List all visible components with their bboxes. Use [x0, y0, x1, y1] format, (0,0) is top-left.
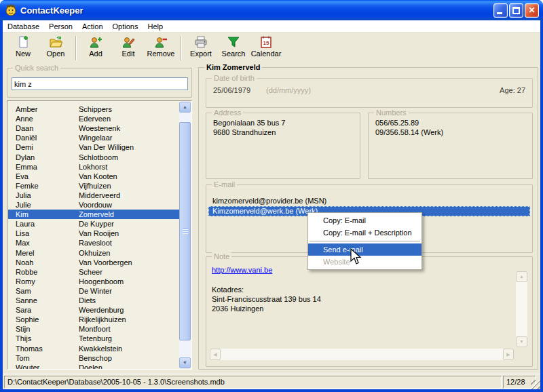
- contact-row[interactable]: KimZomerveld: [8, 210, 179, 219]
- contact-last-name: Diets: [79, 296, 96, 305]
- export-button[interactable]: Export: [185, 35, 217, 61]
- quick-search-label: Quick search: [13, 64, 60, 72]
- contact-last-name: Voordouw: [79, 200, 112, 210]
- toolbar-separator: [75, 36, 76, 60]
- contact-row[interactable]: LisaVan Rooijen: [8, 229, 179, 238]
- contact-last-name: Okhuizen: [79, 248, 110, 258]
- contact-row[interactable]: RobbeScheer: [8, 267, 179, 277]
- contact-row[interactable]: EmmaLokhorst: [8, 162, 179, 172]
- contact-last-name: Weerdenburg: [79, 305, 124, 315]
- quick-search-input[interactable]: [12, 77, 188, 90]
- date-of-birth-label: Date of birth: [212, 74, 257, 82]
- minimize-button-icon[interactable]: [493, 3, 508, 18]
- contact-row[interactable]: SamDe Winter: [8, 286, 179, 296]
- menu-bar: DatabasePersonActionOptionsHelp: [3, 20, 540, 33]
- contact-row[interactable]: DylanSchlotboom: [8, 153, 179, 162]
- menu-database[interactable]: Database: [3, 21, 44, 32]
- contact-last-name: Schippers: [79, 104, 112, 114]
- title-bar[interactable]: ContactKeeper ✕: [0, 0, 543, 20]
- edit-button[interactable]: Edit: [113, 35, 144, 61]
- contact-row[interactable]: SaraWeerdenburg: [8, 305, 179, 315]
- numbers-group: Numbers 056/65.25.89 09/356.58.14 (Werk): [368, 113, 533, 179]
- remove-button[interactable]: Remove: [145, 35, 176, 61]
- contact-last-name: Schlotboom: [79, 153, 118, 162]
- contact-row[interactable]: JuliaMidderveerd: [8, 191, 179, 200]
- resize-grip-icon[interactable]: [531, 380, 540, 389]
- search-button[interactable]: Search: [218, 35, 249, 61]
- contact-first-name: Merel: [16, 248, 35, 258]
- contact-first-name: Sophie: [16, 315, 39, 324]
- contact-row[interactable]: SophieRijkelijkhuizen: [8, 315, 179, 324]
- address-label: Address: [212, 109, 243, 117]
- contact-row[interactable]: RomyHoogenboom: [8, 277, 179, 286]
- context-menu-item-send-e-mail[interactable]: Send e-mail: [308, 243, 422, 256]
- scroll-right-icon[interactable]: ▶: [503, 349, 514, 360]
- contact-row[interactable]: WouterDoelen: [8, 363, 179, 370]
- numbers-label: Numbers: [374, 109, 409, 117]
- context-menu-separator: [310, 241, 420, 241]
- contact-row[interactable]: MaxRavesloot: [8, 238, 179, 248]
- calendar-icon: 15: [259, 35, 273, 49]
- contact-row[interactable]: DaniëlWingelaar: [8, 133, 179, 142]
- contact-row[interactable]: StijnMontfoort: [8, 324, 179, 334]
- contact-row[interactable]: LauraDe Kuyper: [8, 219, 179, 229]
- context-menu-item-copy-e-mail[interactable]: Copy: E-mail: [308, 214, 422, 227]
- contact-first-name: Robbe: [16, 267, 37, 277]
- maximize-button-icon[interactable]: [509, 3, 523, 18]
- contact-first-name: Femke: [16, 181, 39, 191]
- contact-row[interactable]: AmberSchippers: [8, 104, 179, 114]
- new-document-icon: [16, 35, 30, 49]
- contact-last-name: Kwakkelstein: [79, 344, 122, 353]
- window-title: ContactKeeper: [20, 5, 83, 16]
- contact-last-name: Van Der Willigen: [79, 142, 134, 152]
- email-row[interactable]: kimzomerveld@provider.be (MSN): [208, 196, 530, 206]
- contact-row[interactable]: DemiVan Der Willigen: [8, 142, 179, 152]
- printer-icon: [194, 35, 208, 49]
- email-label: E-mail: [212, 180, 237, 189]
- contact-row[interactable]: AnneEderveen: [8, 114, 179, 123]
- context-menu-item-copy-e-mail-description[interactable]: Copy: E-mail + Description: [308, 227, 422, 239]
- contact-row[interactable]: JulieVoordouw: [8, 200, 179, 210]
- scroll-left-icon[interactable]: ◀: [210, 349, 221, 360]
- contact-first-name: Kim: [16, 210, 29, 219]
- contact-row[interactable]: TomBenschop: [8, 353, 179, 363]
- scroll-down-icon[interactable]: ▼: [516, 336, 527, 347]
- menu-action[interactable]: Action: [77, 21, 108, 32]
- scroll-up-icon[interactable]: ▲: [179, 102, 191, 113]
- contact-row[interactable]: ThomasKwakkelstein: [8, 344, 179, 353]
- note-group: Note http://www.vani.be Kotadres: Sint-F…: [206, 256, 533, 367]
- open-button[interactable]: Open: [40, 35, 71, 61]
- contact-row[interactable]: ThijsTetenburg: [8, 334, 179, 343]
- menu-options[interactable]: Options: [108, 21, 143, 32]
- note-horizontal-scrollbar[interactable]: ◀ ▶: [210, 349, 514, 360]
- contact-row[interactable]: MerelOkhuizen: [8, 248, 179, 258]
- calendar-button[interactable]: 15Calendar: [250, 35, 282, 61]
- scroll-up-icon[interactable]: ▲: [516, 271, 527, 282]
- contact-list-scrollbar[interactable]: ▲ ▼: [179, 102, 191, 368]
- add-button[interactable]: Add: [80, 35, 111, 61]
- menu-help[interactable]: Help: [143, 21, 168, 32]
- scroll-down-icon[interactable]: ▼: [179, 357, 191, 368]
- quick-search-group: Quick search: [7, 68, 192, 98]
- toolbar-button-label: Open: [47, 50, 65, 58]
- menu-person[interactable]: Person: [44, 21, 77, 32]
- context-menu-item-website[interactable]: Website: [308, 256, 422, 268]
- contact-last-name: Zomerveld: [79, 210, 114, 219]
- scrollbar-thumb[interactable]: [179, 122, 191, 340]
- contact-last-name: Montfoort: [79, 324, 110, 334]
- toolbar-button-label: Add: [89, 50, 102, 58]
- new-button[interactable]: New: [7, 35, 39, 61]
- contact-row[interactable]: EvaVan Kooten: [8, 172, 179, 181]
- contact-row[interactable]: SanneDiets: [8, 296, 179, 305]
- contact-list[interactable]: AmberSchippersAnneEderveenDaanWoestenenk…: [7, 100, 192, 370]
- contact-first-name: Wouter: [16, 363, 39, 370]
- close-button-icon[interactable]: ✕: [525, 3, 539, 18]
- website-link[interactable]: http://www.vani.be: [212, 266, 272, 274]
- note-vertical-scrollbar[interactable]: ▲ ▼: [516, 271, 527, 347]
- contact-row[interactable]: DaanWoestenenk: [8, 123, 179, 133]
- contact-row[interactable]: FemkeVijfhuizen: [8, 181, 179, 191]
- contact-first-name: Lisa: [16, 229, 29, 238]
- contact-row[interactable]: NoahVan Voorbergen: [8, 258, 179, 267]
- edit-person-icon: [121, 35, 135, 49]
- contact-first-name: Laura: [16, 219, 35, 229]
